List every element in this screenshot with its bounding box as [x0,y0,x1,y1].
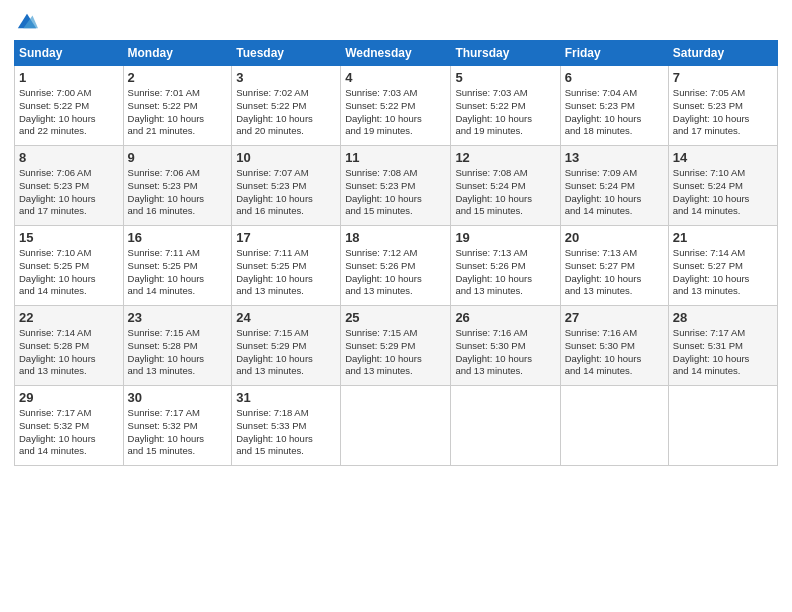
calendar-cell: 22Sunrise: 7:14 AMSunset: 5:28 PMDayligh… [15,306,124,386]
calendar-week-1: 1Sunrise: 7:00 AMSunset: 5:22 PMDaylight… [15,66,778,146]
day-info: Sunrise: 7:17 AMSunset: 5:32 PMDaylight:… [19,407,119,458]
day-info: Sunrise: 7:01 AMSunset: 5:22 PMDaylight:… [128,87,228,138]
day-info: Sunrise: 7:17 AMSunset: 5:32 PMDaylight:… [128,407,228,458]
day-info: Sunrise: 7:11 AMSunset: 5:25 PMDaylight:… [128,247,228,298]
calendar-cell: 29Sunrise: 7:17 AMSunset: 5:32 PMDayligh… [15,386,124,466]
col-monday: Monday [123,41,232,66]
calendar-cell: 20Sunrise: 7:13 AMSunset: 5:27 PMDayligh… [560,226,668,306]
calendar-cell: 19Sunrise: 7:13 AMSunset: 5:26 PMDayligh… [451,226,560,306]
day-info: Sunrise: 7:10 AMSunset: 5:24 PMDaylight:… [673,167,773,218]
day-number: 11 [345,150,446,165]
day-info: Sunrise: 7:03 AMSunset: 5:22 PMDaylight:… [345,87,446,138]
day-number: 6 [565,70,664,85]
day-info: Sunrise: 7:04 AMSunset: 5:23 PMDaylight:… [565,87,664,138]
day-info: Sunrise: 7:16 AMSunset: 5:30 PMDaylight:… [565,327,664,378]
day-number: 9 [128,150,228,165]
day-number: 14 [673,150,773,165]
calendar-cell: 31Sunrise: 7:18 AMSunset: 5:33 PMDayligh… [232,386,341,466]
day-info: Sunrise: 7:00 AMSunset: 5:22 PMDaylight:… [19,87,119,138]
calendar-cell: 27Sunrise: 7:16 AMSunset: 5:30 PMDayligh… [560,306,668,386]
day-number: 17 [236,230,336,245]
calendar-cell: 6Sunrise: 7:04 AMSunset: 5:23 PMDaylight… [560,66,668,146]
day-info: Sunrise: 7:06 AMSunset: 5:23 PMDaylight:… [128,167,228,218]
calendar-cell: 28Sunrise: 7:17 AMSunset: 5:31 PMDayligh… [668,306,777,386]
day-number: 23 [128,310,228,325]
calendar-cell: 23Sunrise: 7:15 AMSunset: 5:28 PMDayligh… [123,306,232,386]
calendar-cell [668,386,777,466]
day-info: Sunrise: 7:18 AMSunset: 5:33 PMDaylight:… [236,407,336,458]
calendar-header-row: Sunday Monday Tuesday Wednesday Thursday… [15,41,778,66]
col-wednesday: Wednesday [341,41,451,66]
day-number: 24 [236,310,336,325]
calendar-cell: 15Sunrise: 7:10 AMSunset: 5:25 PMDayligh… [15,226,124,306]
day-number: 4 [345,70,446,85]
day-number: 27 [565,310,664,325]
day-info: Sunrise: 7:13 AMSunset: 5:27 PMDaylight:… [565,247,664,298]
day-number: 16 [128,230,228,245]
day-info: Sunrise: 7:16 AMSunset: 5:30 PMDaylight:… [455,327,555,378]
logo [14,10,38,32]
calendar-cell: 24Sunrise: 7:15 AMSunset: 5:29 PMDayligh… [232,306,341,386]
day-number: 5 [455,70,555,85]
header [14,10,778,32]
calendar-cell: 30Sunrise: 7:17 AMSunset: 5:32 PMDayligh… [123,386,232,466]
day-info: Sunrise: 7:12 AMSunset: 5:26 PMDaylight:… [345,247,446,298]
calendar-cell: 8Sunrise: 7:06 AMSunset: 5:23 PMDaylight… [15,146,124,226]
calendar-cell: 26Sunrise: 7:16 AMSunset: 5:30 PMDayligh… [451,306,560,386]
day-info: Sunrise: 7:05 AMSunset: 5:23 PMDaylight:… [673,87,773,138]
day-number: 20 [565,230,664,245]
calendar-cell: 18Sunrise: 7:12 AMSunset: 5:26 PMDayligh… [341,226,451,306]
calendar-cell: 4Sunrise: 7:03 AMSunset: 5:22 PMDaylight… [341,66,451,146]
day-info: Sunrise: 7:10 AMSunset: 5:25 PMDaylight:… [19,247,119,298]
day-info: Sunrise: 7:11 AMSunset: 5:25 PMDaylight:… [236,247,336,298]
day-info: Sunrise: 7:14 AMSunset: 5:27 PMDaylight:… [673,247,773,298]
day-number: 8 [19,150,119,165]
calendar-cell: 3Sunrise: 7:02 AMSunset: 5:22 PMDaylight… [232,66,341,146]
day-info: Sunrise: 7:15 AMSunset: 5:28 PMDaylight:… [128,327,228,378]
logo-icon [16,10,38,32]
calendar-cell: 14Sunrise: 7:10 AMSunset: 5:24 PMDayligh… [668,146,777,226]
day-info: Sunrise: 7:15 AMSunset: 5:29 PMDaylight:… [236,327,336,378]
calendar-week-3: 15Sunrise: 7:10 AMSunset: 5:25 PMDayligh… [15,226,778,306]
calendar-week-2: 8Sunrise: 7:06 AMSunset: 5:23 PMDaylight… [15,146,778,226]
day-number: 22 [19,310,119,325]
calendar-week-4: 22Sunrise: 7:14 AMSunset: 5:28 PMDayligh… [15,306,778,386]
day-info: Sunrise: 7:06 AMSunset: 5:23 PMDaylight:… [19,167,119,218]
day-number: 19 [455,230,555,245]
day-number: 1 [19,70,119,85]
calendar-cell: 17Sunrise: 7:11 AMSunset: 5:25 PMDayligh… [232,226,341,306]
col-friday: Friday [560,41,668,66]
col-thursday: Thursday [451,41,560,66]
calendar-cell: 13Sunrise: 7:09 AMSunset: 5:24 PMDayligh… [560,146,668,226]
day-number: 3 [236,70,336,85]
calendar-cell [560,386,668,466]
day-info: Sunrise: 7:15 AMSunset: 5:29 PMDaylight:… [345,327,446,378]
calendar-cell: 16Sunrise: 7:11 AMSunset: 5:25 PMDayligh… [123,226,232,306]
day-number: 2 [128,70,228,85]
calendar-cell [341,386,451,466]
day-info: Sunrise: 7:03 AMSunset: 5:22 PMDaylight:… [455,87,555,138]
day-info: Sunrise: 7:02 AMSunset: 5:22 PMDaylight:… [236,87,336,138]
col-saturday: Saturday [668,41,777,66]
day-number: 10 [236,150,336,165]
day-number: 30 [128,390,228,405]
day-number: 21 [673,230,773,245]
day-number: 15 [19,230,119,245]
calendar-cell: 21Sunrise: 7:14 AMSunset: 5:27 PMDayligh… [668,226,777,306]
day-info: Sunrise: 7:17 AMSunset: 5:31 PMDaylight:… [673,327,773,378]
day-number: 25 [345,310,446,325]
calendar-cell: 2Sunrise: 7:01 AMSunset: 5:22 PMDaylight… [123,66,232,146]
day-number: 13 [565,150,664,165]
calendar-cell [451,386,560,466]
day-info: Sunrise: 7:09 AMSunset: 5:24 PMDaylight:… [565,167,664,218]
calendar-cell: 7Sunrise: 7:05 AMSunset: 5:23 PMDaylight… [668,66,777,146]
calendar-week-5: 29Sunrise: 7:17 AMSunset: 5:32 PMDayligh… [15,386,778,466]
col-sunday: Sunday [15,41,124,66]
calendar-table: Sunday Monday Tuesday Wednesday Thursday… [14,40,778,466]
day-number: 18 [345,230,446,245]
calendar-cell: 5Sunrise: 7:03 AMSunset: 5:22 PMDaylight… [451,66,560,146]
day-number: 7 [673,70,773,85]
calendar-cell: 25Sunrise: 7:15 AMSunset: 5:29 PMDayligh… [341,306,451,386]
day-info: Sunrise: 7:07 AMSunset: 5:23 PMDaylight:… [236,167,336,218]
day-number: 31 [236,390,336,405]
